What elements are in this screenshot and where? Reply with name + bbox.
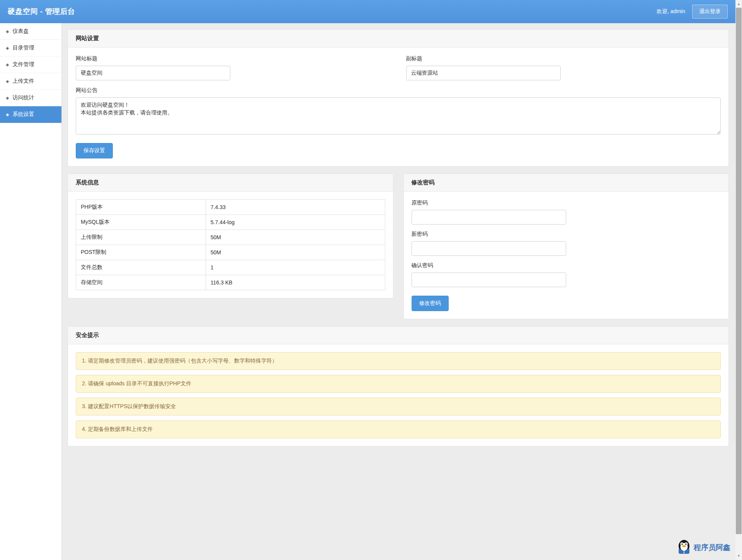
security-tip-item: 4. 定期备份数据库和上传文件 (76, 420, 721, 438)
table-row: POST限制 50M (76, 245, 385, 260)
security-tips-card-title: 安全提示 (68, 327, 728, 344)
table-row: 文件总数 1 (76, 260, 385, 275)
sidebar-item-label: 访问统计 (12, 94, 34, 101)
diamond-icon: ◈ (6, 46, 9, 51)
old-password-group: 原密码 (412, 199, 721, 225)
qq-penguin-icon (677, 539, 691, 556)
sidebar-item-label: 仪表盘 (12, 28, 29, 35)
diamond-icon: ◈ (6, 29, 9, 34)
new-password-input[interactable] (412, 241, 566, 256)
new-password-group: 新密码 (412, 231, 721, 256)
logout-button[interactable]: 退出登录 (692, 5, 728, 19)
author-badge-text: 程序员阿鑫 (694, 543, 730, 553)
new-password-label: 新密码 (412, 231, 721, 238)
sidebar-item-label: 上传文件 (12, 78, 34, 85)
scroll-down-icon[interactable]: ▼ (735, 553, 742, 559)
diamond-icon: ◈ (6, 62, 9, 67)
site-title-input[interactable] (76, 66, 230, 80)
announcement-group: 网站公告 欢迎访问硬盘空间！ 本站提供各类资源下载，请合理使用。 (76, 87, 721, 136)
confirm-password-input[interactable] (412, 272, 566, 287)
sidebar-item-label: 文件管理 (12, 61, 34, 68)
sidebar: ◈ 仪表盘 ◈ 目录管理 ◈ 文件管理 ◈ 上传文件 ◈ 访问统计 ◈ 系统设置 (0, 23, 62, 560)
diamond-icon: ◈ (6, 79, 9, 84)
system-info-card-title: 系统信息 (68, 174, 393, 192)
sidebar-item-file-management[interactable]: ◈ 文件管理 (0, 56, 61, 73)
subtitle-input[interactable] (406, 66, 561, 80)
info-value: 1 (206, 260, 385, 275)
security-tip-item: 1. 请定期修改管理员密码，建议使用强密码（包含大小写字母、数字和特殊字符） (76, 352, 721, 370)
top-header: 硬盘空间 - 管理后台 欢迎, admin 退出登录 (0, 0, 742, 23)
announcement-label: 网站公告 (76, 87, 721, 94)
sidebar-item-label: 目录管理 (12, 44, 34, 51)
site-settings-card: 网站设置 网站标题 副标题 网站公告 欢迎访问硬盘空间！ 本站提供各类资源下载，… (68, 29, 729, 167)
confirm-password-group: 确认密码 (412, 262, 721, 287)
announcement-textarea[interactable]: 欢迎访问硬盘空间！ 本站提供各类资源下载，请合理使用。 (76, 97, 721, 134)
info-value: 50M (206, 230, 385, 245)
scroll-up-icon[interactable]: ▲ (735, 1, 742, 7)
info-label: MySQL版本 (76, 215, 206, 230)
sidebar-item-label: 系统设置 (12, 111, 34, 118)
info-label: 存储空间 (76, 275, 206, 290)
confirm-password-label: 确认密码 (412, 262, 721, 269)
sidebar-item-directory-management[interactable]: ◈ 目录管理 (0, 40, 61, 56)
security-tip-item: 2. 请确保 uploads 目录不可直接执行PHP文件 (76, 375, 721, 393)
info-value: 7.4.33 (206, 200, 385, 215)
site-title-group: 网站标题 (76, 55, 391, 80)
change-password-card: 修改密码 原密码 新密码 确认密码 修改密码 (403, 174, 729, 319)
security-tips-card: 安全提示 1. 请定期修改管理员密码，建议使用强密码（包含大小写字母、数字和特殊… (68, 326, 729, 446)
info-label: 文件总数 (76, 260, 206, 275)
app-title: 硬盘空间 - 管理后台 (8, 7, 75, 17)
sidebar-item-dashboard[interactable]: ◈ 仪表盘 (0, 23, 61, 40)
table-row: 存储空间 116.3 KB (76, 275, 385, 290)
site-settings-card-title: 网站设置 (68, 30, 728, 48)
old-password-label: 原密码 (412, 199, 721, 206)
sidebar-item-visit-stats[interactable]: ◈ 访问统计 (0, 90, 61, 106)
old-password-input[interactable] (412, 210, 566, 225)
table-row: 上传限制 50M (76, 230, 385, 245)
subtitle-group: 副标题 (406, 55, 721, 80)
vertical-scrollbar[interactable]: ▲ ▼ (735, 0, 742, 560)
save-settings-button[interactable]: 保存设置 (76, 143, 113, 158)
info-label: 上传限制 (76, 230, 206, 245)
diamond-icon: ◈ (6, 112, 9, 117)
site-title-label: 网站标题 (76, 55, 391, 62)
system-info-table: PHP版本 7.4.33 MySQL版本 5.7.44-log 上传限制 50M (76, 199, 385, 290)
info-value: 50M (206, 245, 385, 260)
table-row: PHP版本 7.4.33 (76, 200, 385, 215)
sidebar-item-system-settings[interactable]: ◈ 系统设置 (0, 106, 61, 123)
welcome-text: 欢迎, admin (657, 8, 685, 15)
system-info-card: 系统信息 PHP版本 7.4.33 MySQL版本 5.7.44-log 上 (68, 174, 393, 298)
change-password-card-title: 修改密码 (404, 174, 729, 192)
diamond-icon: ◈ (6, 95, 9, 100)
info-value: 116.3 KB (206, 275, 385, 290)
info-label: POST限制 (76, 245, 206, 260)
author-badge[interactable]: 程序员阿鑫 (677, 539, 730, 556)
info-label: PHP版本 (76, 200, 206, 215)
security-tip-item: 3. 建议配置HTTPS以保护数据传输安全 (76, 398, 721, 415)
info-value: 5.7.44-log (206, 215, 385, 230)
sidebar-item-upload-file[interactable]: ◈ 上传文件 (0, 73, 61, 90)
table-row: MySQL版本 5.7.44-log (76, 215, 385, 230)
scrollbar-thumb[interactable] (736, 8, 742, 534)
main-content: 网站设置 网站标题 副标题 网站公告 欢迎访问硬盘空间！ 本站提供各类资源下载，… (62, 23, 735, 560)
subtitle-label: 副标题 (406, 55, 721, 62)
change-password-button[interactable]: 修改密码 (412, 296, 449, 311)
